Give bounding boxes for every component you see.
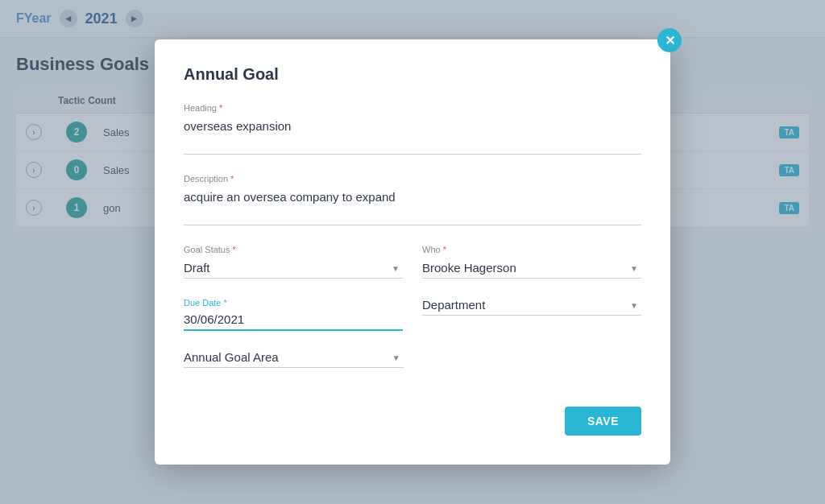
- goal-status-select[interactable]: Draft Active Completed Cancelled: [184, 258, 403, 279]
- modal-title: Annual Goal: [184, 65, 641, 84]
- department-wrapper: Department: [422, 295, 641, 316]
- modal-footer: SAVE: [184, 407, 641, 436]
- department-select[interactable]: Department: [422, 295, 641, 316]
- due-date-label: Due Date *: [184, 298, 227, 308]
- department-col: Department: [422, 295, 641, 347]
- annual-goal-modal: ✕ Annual Goal Heading * Description * G: [155, 39, 670, 465]
- who-col: Who * Brooke Hagerson: [422, 245, 641, 295]
- heading-label: Heading *: [184, 103, 641, 113]
- goal-area-group: Annual Goal Area: [184, 347, 404, 368]
- who-label: Who *: [422, 245, 641, 254]
- modal-overlay: ✕ Annual Goal Heading * Description * G: [0, 0, 825, 504]
- who-group: Who * Brooke Hagerson: [422, 245, 641, 279]
- close-button[interactable]: ✕: [657, 28, 682, 52]
- who-select[interactable]: Brooke Hagerson: [422, 258, 641, 279]
- who-wrapper: Brooke Hagerson: [422, 258, 641, 279]
- goal-area-col: Annual Goal Area: [184, 347, 404, 384]
- annual-goal-area-select[interactable]: Annual Goal Area: [184, 347, 404, 368]
- due-date-input[interactable]: [184, 309, 403, 331]
- goal-status-wrapper: Draft Active Completed Cancelled: [184, 258, 403, 279]
- department-group: Department: [422, 295, 641, 316]
- status-who-row: Goal Status * Draft Active Completed Can…: [184, 245, 641, 295]
- due-date-col: Due Date *: [184, 295, 403, 347]
- goal-area-wrapper: Annual Goal Area: [184, 347, 404, 368]
- heading-input[interactable]: [184, 116, 641, 155]
- due-date-group: Due Date *: [184, 295, 403, 331]
- heading-field-group: Heading *: [184, 103, 641, 158]
- save-button[interactable]: SAVE: [565, 407, 641, 436]
- description-input[interactable]: [184, 187, 641, 225]
- description-field-group: Description *: [184, 174, 641, 229]
- description-label: Description *: [184, 174, 641, 184]
- goal-status-group: Goal Status * Draft Active Completed Can…: [184, 245, 403, 279]
- goal-status-label: Goal Status *: [184, 245, 403, 254]
- date-dept-row: Due Date * Department: [184, 295, 641, 347]
- goal-status-col: Goal Status * Draft Active Completed Can…: [184, 245, 403, 295]
- goal-area-row: Annual Goal Area: [184, 347, 641, 384]
